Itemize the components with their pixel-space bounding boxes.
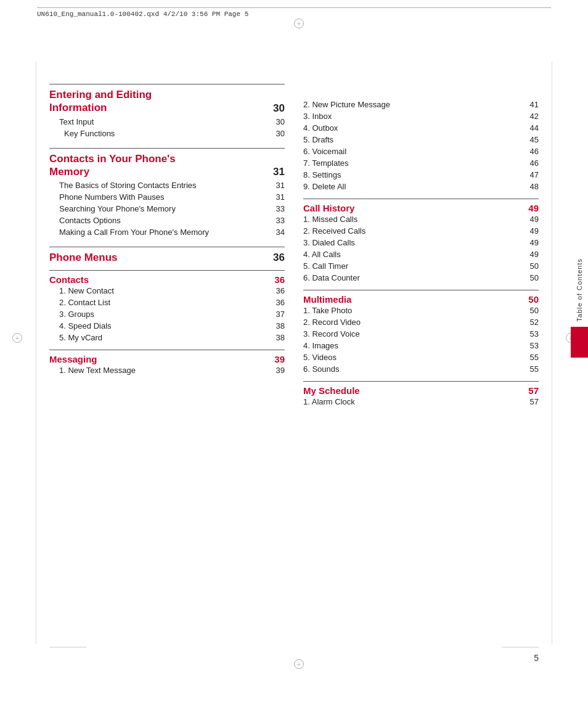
call-history-title: Call History bbox=[303, 203, 354, 213]
toc-page: 37 bbox=[270, 310, 285, 319]
toc-label: 2. New Picture Message bbox=[303, 100, 524, 109]
section-messaging-cont: 2. New Picture Message 41 3. Inbox 42 4.… bbox=[303, 99, 539, 192]
toc-speed-dials: 4. Speed Dials 38 bbox=[49, 320, 285, 332]
toc-page: 31 bbox=[270, 192, 285, 202]
margin-line-left bbox=[36, 62, 36, 644]
toc-page: 36 bbox=[270, 286, 285, 295]
toc-page: 49 bbox=[524, 226, 539, 236]
toc-missed-calls: 1. Missed Calls 49 bbox=[303, 213, 539, 225]
header-text: UN610_Eng_manual1.0-100402.qxd 4/2/10 3:… bbox=[37, 10, 248, 18]
toc-inbox: 3. Inbox 42 bbox=[303, 110, 539, 122]
my-schedule-page: 57 bbox=[528, 385, 539, 396]
toc-basics-storing: The Basics of Storing Contacts Entries 3… bbox=[49, 179, 285, 191]
contacts-title: Contacts bbox=[49, 274, 89, 285]
section-divider bbox=[49, 148, 285, 149]
toc-data-counter: 6. Data Counter 50 bbox=[303, 272, 539, 284]
section-divider bbox=[49, 247, 285, 247]
toc-label: The Basics of Storing Contacts Entries bbox=[59, 181, 270, 190]
toc-label: 1. Take Photo bbox=[303, 306, 524, 315]
toc-page: 31 bbox=[270, 181, 285, 190]
toc-label: 3. Groups bbox=[59, 310, 270, 319]
section-divider bbox=[303, 199, 539, 199]
contacts-memory-title: Contacts in Your Phone'sMemory bbox=[49, 152, 176, 179]
section-divider bbox=[303, 290, 539, 290]
toc-page: 33 bbox=[270, 204, 285, 213]
toc-page: 39 bbox=[270, 366, 285, 375]
toc-label: 6. Voicemail bbox=[303, 147, 524, 156]
toc-making-call-memory: Making a Call From Your Phone's Memory 3… bbox=[49, 226, 285, 238]
toc-label: Phone Numbers With Pauses bbox=[59, 192, 270, 202]
toc-page: 48 bbox=[524, 182, 539, 191]
toc-page: 38 bbox=[270, 321, 285, 330]
section-contacts: Contacts 36 bbox=[49, 270, 285, 285]
toc-label: 5. Drafts bbox=[303, 135, 524, 144]
sidebar-red-bar bbox=[571, 327, 588, 358]
toc-page: 38 bbox=[270, 333, 285, 342]
content-area: Entering and EditingInformation 30 Text … bbox=[49, 62, 539, 644]
section-entering-editing: Entering and EditingInformation 30 bbox=[49, 84, 285, 115]
toc-label: Making a Call From Your Phone's Memory bbox=[59, 228, 270, 237]
multimedia-title: Multimedia bbox=[303, 294, 351, 305]
toc-new-text-message: 1. New Text Message 39 bbox=[49, 364, 285, 376]
contacts-memory-page: 31 bbox=[273, 166, 285, 178]
toc-label: 4. Speed Dials bbox=[59, 321, 270, 330]
toc-record-video: 2. Record Video 52 bbox=[303, 316, 539, 328]
section-divider bbox=[303, 381, 539, 382]
toc-key-functions: Key Functions 30 bbox=[49, 128, 285, 139]
toc-images: 4. Images 53 bbox=[303, 340, 539, 351]
toc-label: 2. Received Calls bbox=[303, 226, 524, 236]
section-contacts-memory: Contacts in Your Phone'sMemory 31 bbox=[49, 148, 285, 179]
toc-contact-list: 2. Contact List 36 bbox=[49, 297, 285, 308]
toc-page: 46 bbox=[524, 158, 539, 168]
toc-searching-memory: Searching Your Phone's Memory 33 bbox=[49, 203, 285, 215]
toc-page: 50 bbox=[524, 261, 539, 271]
toc-label: Text Input bbox=[59, 117, 270, 126]
toc-label: 2. Contact List bbox=[59, 298, 270, 307]
toc-take-photo: 1. Take Photo 50 bbox=[303, 305, 539, 316]
bottom-margin-left bbox=[49, 647, 86, 647]
toc-page: 36 bbox=[270, 298, 285, 307]
toc-page: 44 bbox=[524, 123, 539, 133]
section-call-history: Call History 49 bbox=[303, 199, 539, 213]
toc-page: 41 bbox=[524, 100, 539, 109]
toc-new-picture-message: 2. New Picture Message 41 bbox=[303, 99, 539, 110]
toc-label: Key Functions bbox=[64, 129, 270, 138]
toc-page: 46 bbox=[524, 147, 539, 156]
toc-delete-all: 9. Delete All 48 bbox=[303, 181, 539, 192]
entering-editing-page: 30 bbox=[273, 102, 285, 115]
toc-page: 49 bbox=[524, 250, 539, 259]
call-history-page: 49 bbox=[528, 203, 539, 213]
contacts-page: 36 bbox=[274, 274, 285, 285]
toc-voicemail: 6. Voicemail 46 bbox=[303, 146, 539, 157]
toc-drafts: 5. Drafts 45 bbox=[303, 134, 539, 146]
toc-page: 55 bbox=[524, 353, 539, 362]
toc-page: 30 bbox=[270, 117, 285, 126]
toc-received-calls: 2. Received Calls 49 bbox=[303, 225, 539, 237]
section-multimedia: Multimedia 50 bbox=[303, 290, 539, 305]
section-divider bbox=[49, 270, 285, 271]
section-messaging: Messaging 39 bbox=[49, 350, 285, 364]
toc-page: 33 bbox=[270, 216, 285, 225]
toc-page: 42 bbox=[524, 112, 539, 121]
toc-record-voice: 3. Record Voice 53 bbox=[303, 328, 539, 340]
toc-all-calls: 4. All Calls 49 bbox=[303, 248, 539, 260]
toc-label: 1. New Contact bbox=[59, 286, 270, 295]
left-column: Entering and EditingInformation 30 Text … bbox=[49, 62, 285, 644]
toc-page: 34 bbox=[270, 228, 285, 237]
toc-page: 53 bbox=[524, 341, 539, 350]
messaging-page: 39 bbox=[274, 354, 285, 364]
toc-page: 47 bbox=[524, 170, 539, 179]
toc-label: 5. Call Timer bbox=[303, 261, 524, 271]
toc-page: 30 bbox=[270, 129, 285, 138]
page-number: 5 bbox=[534, 653, 539, 663]
toc-page: 45 bbox=[524, 135, 539, 144]
toc-templates: 7. Templates 46 bbox=[303, 157, 539, 169]
toc-sounds: 6. Sounds 55 bbox=[303, 363, 539, 375]
toc-label: 9. Delete All bbox=[303, 182, 524, 191]
bottom-margin-right bbox=[502, 647, 539, 647]
toc-new-contact: 1. New Contact 36 bbox=[49, 285, 285, 297]
reg-mark-left bbox=[12, 333, 22, 343]
toc-label: 5. My vCard bbox=[59, 333, 270, 342]
my-schedule-title: My Schedule bbox=[303, 385, 360, 396]
toc-page: 57 bbox=[524, 397, 539, 406]
